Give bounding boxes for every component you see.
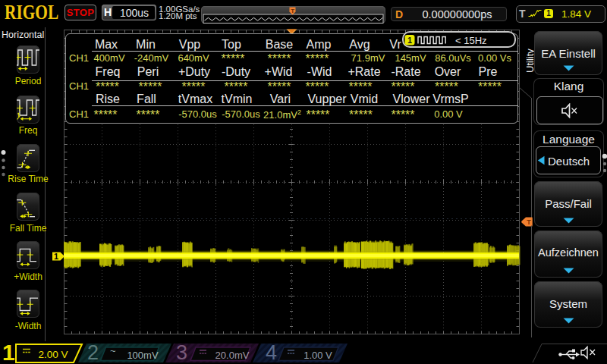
svg-text:T: T — [291, 8, 294, 14]
svg-text:T: T — [527, 218, 531, 226]
